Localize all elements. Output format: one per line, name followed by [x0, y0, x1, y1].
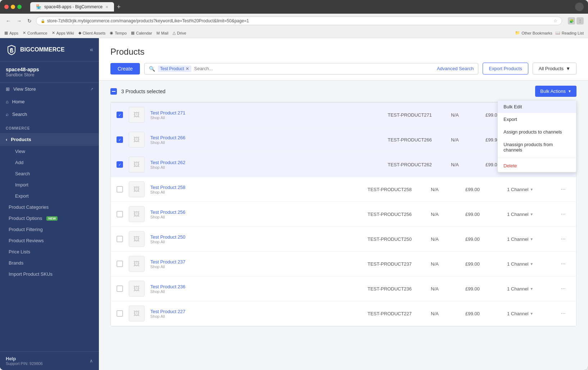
extensions-icon[interactable]: 🧩: [568, 17, 575, 24]
product-row-checkbox[interactable]: [117, 285, 123, 292]
dropdown-item-bulk-edit[interactable]: Bulk Edit: [498, 100, 576, 113]
product-name[interactable]: Test Product 262: [150, 160, 382, 165]
product-shop: Shop All: [150, 289, 362, 294]
product-row-checkbox[interactable]: [117, 261, 123, 267]
search-nav-label: Search: [12, 112, 27, 117]
advanced-search-link[interactable]: Advanced Search: [437, 66, 474, 71]
bookmark-mail[interactable]: M Mail: [156, 31, 168, 35]
channel-caret-icon[interactable]: ▼: [530, 262, 533, 266]
sidebar-item-product-reviews[interactable]: Product Reviews: [0, 235, 99, 246]
product-name[interactable]: Test Product 250: [150, 234, 362, 240]
sidebar-sub-view[interactable]: View: [0, 146, 99, 157]
product-name[interactable]: Test Product 271: [150, 110, 382, 116]
product-actions-menu[interactable]: ···: [556, 211, 570, 217]
dropdown-item-unassign-channels[interactable]: Unassign products from channels: [498, 138, 576, 156]
bookmark-calendar[interactable]: ▦ Calendar: [131, 31, 152, 35]
bookmark-client-assets[interactable]: ◆ Client Assets: [78, 31, 106, 35]
dropdown-item-export[interactable]: Export: [498, 113, 576, 126]
logo[interactable]: BIGCOMMERCE: [6, 44, 65, 55]
sidebar-collapse-button[interactable]: «: [90, 46, 93, 53]
product-name[interactable]: Test Product 256: [150, 209, 362, 215]
product-row-checkbox[interactable]: [117, 211, 123, 217]
tab-close-button[interactable]: ✕: [105, 5, 108, 9]
profile-icon[interactable]: [575, 3, 584, 11]
product-actions-menu[interactable]: ···: [556, 236, 570, 242]
channel-count: 1 Channel: [507, 187, 528, 192]
sidebar-item-price-lists[interactable]: Price Lists: [0, 246, 99, 257]
sidebar-item-import-product-skus[interactable]: Import Product SKUs: [0, 269, 99, 280]
product-row-checkbox[interactable]: ✓: [117, 112, 123, 118]
all-products-dropdown[interactable]: All Products ▼: [533, 63, 576, 75]
new-tab-button[interactable]: +: [114, 3, 124, 11]
export-products-button[interactable]: Export Products: [483, 63, 528, 75]
close-button[interactable]: [4, 5, 9, 9]
sidebar-item-search[interactable]: ⌕ Search: [0, 108, 99, 121]
home-label: Home: [12, 99, 25, 104]
forward-button[interactable]: →: [15, 17, 23, 25]
sidebar-sub-import[interactable]: Import: [0, 179, 99, 190]
product-row-checkbox[interactable]: ✓: [117, 161, 123, 168]
product-actions-menu[interactable]: ···: [556, 186, 570, 193]
search-tag-remove[interactable]: ✕: [186, 66, 189, 71]
product-name[interactable]: Test Product 227: [150, 309, 362, 314]
channel-caret-icon[interactable]: ▼: [530, 237, 533, 241]
channel-caret-icon[interactable]: ▼: [530, 188, 533, 191]
product-row-checkbox[interactable]: [117, 310, 123, 317]
create-button[interactable]: Create: [110, 63, 140, 75]
product-reviews-label: Product Reviews: [9, 238, 44, 243]
sidebar-item-home[interactable]: ⌂ Home: [0, 95, 99, 108]
product-shop: Shop All: [150, 215, 362, 219]
minimize-button[interactable]: [11, 5, 15, 9]
dropdown-item-assign-channels[interactable]: Assign products to channels: [498, 126, 576, 138]
sidebar-item-product-categories[interactable]: Product Categories: [0, 202, 99, 213]
sidebar-item-product-options[interactable]: Product Options NEW: [0, 213, 99, 224]
search-input[interactable]: [194, 66, 434, 71]
back-button[interactable]: ←: [4, 17, 12, 25]
bookmark-drive[interactable]: △ Drive: [173, 31, 186, 35]
bookmark-confluence[interactable]: ✕ Confluence: [23, 31, 47, 35]
bookmark-apps[interactable]: ▦ Apps: [4, 31, 18, 35]
product-row-checkbox[interactable]: [117, 236, 123, 242]
sidebar-item-view-store[interactable]: ⊞ View Store ↗: [0, 83, 99, 95]
bookmark-apps-wiki[interactable]: ✕ Apps Wiki: [52, 31, 74, 35]
dropdown-item-delete[interactable]: Delete: [498, 159, 576, 172]
sidebar-sub-export[interactable]: Export: [0, 190, 99, 202]
maximize-button[interactable]: [17, 5, 22, 9]
product-actions-menu[interactable]: ···: [556, 285, 570, 292]
product-channel: 1 Channel ▼: [507, 187, 550, 192]
channel-caret-icon[interactable]: ▼: [530, 312, 533, 316]
refresh-button[interactable]: ↻: [26, 17, 33, 25]
product-sku: TEST-PRODUCT256: [368, 212, 425, 217]
channel-caret-icon[interactable]: ▼: [530, 287, 533, 291]
product-shop: Shop All: [150, 165, 382, 170]
product-name[interactable]: Test Product 258: [150, 185, 362, 190]
apps-bookmark-label: Apps: [9, 31, 18, 35]
more-icon[interactable]: ⋮: [576, 17, 584, 24]
bookmark-tempo[interactable]: ◉ Tempo: [110, 31, 127, 35]
active-tab[interactable]: 🏪 space48-apps - BigCommerce ✕: [30, 2, 114, 12]
product-row-checkbox[interactable]: ✓: [117, 136, 123, 143]
sidebar-sub-search[interactable]: Search: [0, 168, 99, 179]
bookmark-star-icon[interactable]: ☆: [553, 18, 557, 23]
image-placeholder-icon: 🖼: [133, 285, 140, 293]
sidebar-sub-add[interactable]: Add: [0, 157, 99, 168]
sidebar-item-brands[interactable]: Brands: [0, 257, 99, 269]
footer-chevron-icon[interactable]: ∧: [90, 358, 93, 364]
product-name[interactable]: Test Product 266: [150, 135, 382, 140]
folder-icon: 📁: [515, 31, 520, 35]
product-name[interactable]: Test Product 237: [150, 259, 362, 265]
other-bookmarks-link[interactable]: 📁 Other Bookmarks: [515, 31, 552, 35]
select-all-checkbox[interactable]: [110, 88, 117, 95]
address-bar[interactable]: 🔒 store-7zh8t3rjik.mybigcommerce.com/man…: [36, 17, 562, 25]
product-name[interactable]: Test Product 236: [150, 284, 362, 289]
sidebar-item-products[interactable]: ‹ Products: [0, 133, 99, 146]
product-actions-menu[interactable]: ···: [556, 261, 570, 267]
product-row-checkbox[interactable]: [117, 186, 123, 193]
product-actions-menu[interactable]: ···: [556, 310, 570, 317]
channel-count: 1 Channel: [507, 212, 528, 217]
reading-list-link[interactable]: 📖 Reading List: [555, 31, 584, 35]
bulk-actions-button[interactable]: Bulk Actions ▼: [535, 86, 576, 97]
other-bookmarks: 📁 Other Bookmarks 📖 Reading List: [515, 31, 584, 35]
channel-caret-icon[interactable]: ▼: [530, 212, 533, 216]
sidebar-item-product-filtering[interactable]: Product Filtering: [0, 224, 99, 235]
